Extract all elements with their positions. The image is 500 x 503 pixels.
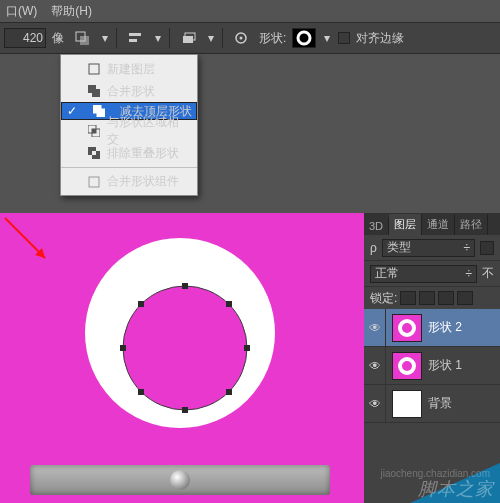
menu-new-layer[interactable]: 新建图层 (61, 58, 197, 80)
exclude-icon (87, 146, 101, 160)
tab-paths[interactable]: 路径 (455, 214, 488, 235)
layer-row[interactable]: 👁 背景 (364, 385, 500, 423)
svg-rect-27 (120, 345, 126, 351)
svg-rect-13 (97, 109, 105, 117)
svg-point-7 (240, 37, 243, 40)
canvas[interactable] (0, 213, 364, 503)
tab-3d[interactable]: 3D (364, 217, 389, 235)
menu-combine[interactable]: 合并形状 (61, 80, 197, 102)
svg-rect-19 (92, 151, 96, 155)
layer-name[interactable]: 形状 1 (428, 357, 496, 374)
size-unit: 像 (52, 30, 64, 47)
pathops-dropdown-arrow[interactable]: ▾ (100, 31, 110, 45)
svg-rect-26 (182, 407, 188, 413)
menu-label: 合并形状 (107, 83, 155, 100)
separator (169, 28, 170, 48)
layer-thumbnail[interactable] (392, 314, 422, 342)
layer-thumbnail[interactable] (392, 390, 422, 418)
shape-dropdown-arrow[interactable]: ▾ (322, 31, 332, 45)
menu-help[interactable]: 帮助(H) (51, 3, 92, 20)
separator (116, 28, 117, 48)
svg-rect-30 (226, 301, 232, 307)
pathops-menu: 新建图层 合并形状 ✓ 减去顶层形状 与形状区域相交 排除重叠形状 合并形状组件 (60, 54, 198, 196)
visibility-eye-icon[interactable]: 👁 (364, 347, 386, 384)
lock-transparency-icon[interactable] (400, 291, 416, 305)
svg-rect-25 (182, 283, 188, 289)
svg-rect-31 (138, 389, 144, 395)
blend-mode-select[interactable]: 正常÷ (370, 265, 477, 283)
menu-label: 新建图层 (107, 61, 155, 78)
annotation-arrow (0, 213, 60, 273)
menu-intersect[interactable]: 与形状区域相交 (61, 120, 197, 142)
svg-rect-16 (92, 129, 96, 133)
merge-icon (87, 175, 101, 189)
svg-rect-32 (226, 389, 232, 395)
visibility-eye-icon[interactable]: 👁 (364, 385, 386, 422)
menu-label: 排除重叠形状 (107, 145, 179, 162)
layer-name[interactable]: 背景 (428, 395, 496, 412)
shape-preview[interactable] (292, 28, 316, 48)
size-input[interactable] (4, 28, 46, 48)
tab-channels[interactable]: 通道 (422, 214, 455, 235)
lock-position-icon[interactable] (438, 291, 454, 305)
svg-rect-28 (244, 345, 250, 351)
arrange-dropdown-arrow[interactable]: ▾ (206, 31, 216, 45)
filter-icon[interactable]: ρ (370, 241, 377, 255)
arrange-icon[interactable] (176, 26, 200, 50)
layer-row[interactable]: 👁 形状 2 (364, 309, 500, 347)
pathops-icon[interactable] (70, 26, 94, 50)
opacity-stub: 不 (482, 265, 494, 282)
new-layer-icon (87, 62, 101, 76)
menu-label: 合并形状组件 (107, 173, 179, 190)
watermark-corner (410, 463, 500, 503)
align-dropdown-arrow[interactable]: ▾ (153, 31, 163, 45)
layer-kind-select[interactable]: 类型÷ (382, 239, 475, 257)
check-icon: ✓ (66, 104, 78, 118)
panels: 3D 图层 通道 路径 ρ 类型÷ 正常÷ 不 锁定: 👁 形状 2 👁 形状 … (364, 213, 500, 503)
svg-point-23 (85, 238, 275, 428)
align-edges-label: 对齐边缘 (356, 30, 404, 47)
intersect-icon (87, 124, 101, 138)
svg-rect-2 (129, 33, 141, 36)
layer-name[interactable]: 形状 2 (428, 319, 496, 336)
layer-thumbnail[interactable] (392, 352, 422, 380)
menu-label: 与形状区域相交 (107, 114, 189, 148)
align-edges-checkbox[interactable] (338, 32, 350, 44)
filter-pixel-icon[interactable] (480, 241, 494, 255)
svg-rect-11 (92, 89, 100, 97)
separator (222, 28, 223, 48)
metal-bar (30, 465, 330, 495)
menu-merge-components[interactable]: 合并形状组件 (61, 167, 197, 192)
align-icon[interactable] (123, 26, 147, 50)
svg-rect-9 (89, 64, 99, 74)
menu-window[interactable]: 口(W) (6, 3, 37, 20)
menu-exclude[interactable]: 排除重叠形状 (61, 142, 197, 164)
combine-icon (87, 84, 101, 98)
svg-rect-20 (89, 177, 99, 187)
lock-all-icon[interactable] (457, 291, 473, 305)
subtract-icon (92, 104, 106, 118)
shape-label: 形状: (259, 30, 286, 47)
svg-rect-29 (138, 301, 144, 307)
layer-row[interactable]: 👁 形状 1 (364, 347, 500, 385)
svg-rect-3 (129, 39, 137, 42)
lock-pixels-icon[interactable] (419, 291, 435, 305)
tab-layers[interactable]: 图层 (389, 214, 422, 235)
gear-icon[interactable] (229, 26, 253, 50)
svg-point-8 (298, 32, 310, 44)
visibility-eye-icon[interactable]: 👁 (364, 309, 386, 346)
svg-rect-1 (80, 36, 89, 45)
lock-label: 锁定: (370, 290, 397, 307)
